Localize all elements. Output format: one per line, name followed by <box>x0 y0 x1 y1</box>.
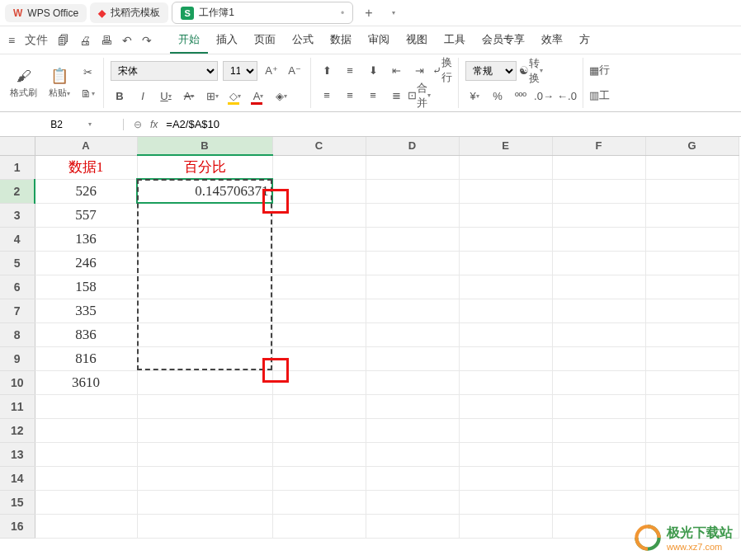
cell-E2[interactable] <box>459 179 552 203</box>
strikethrough-button[interactable]: A▾ <box>180 87 198 105</box>
row-header-9[interactable]: 9 <box>0 346 35 370</box>
row-header-3[interactable]: 3 <box>0 203 35 227</box>
cell-D3[interactable] <box>366 203 459 227</box>
cell-F1[interactable] <box>552 155 645 179</box>
number-format-select[interactable]: 常规 <box>465 61 517 81</box>
cell-B3[interactable] <box>137 203 272 227</box>
increase-decimal-icon[interactable]: .0→ <box>535 87 553 105</box>
border-button[interactable]: ⊞▾ <box>203 87 221 105</box>
cell-E9[interactable] <box>459 346 552 370</box>
transpose-button[interactable]: ☯转换▾ <box>522 62 540 80</box>
cell-D14[interactable] <box>366 466 459 490</box>
cell-G5[interactable] <box>645 251 739 275</box>
cell-B14[interactable] <box>137 466 272 490</box>
cell-G13[interactable] <box>645 442 739 466</box>
underline-button[interactable]: U▾ <box>157 87 175 105</box>
row-header-8[interactable]: 8 <box>0 322 35 346</box>
currency-icon[interactable]: ¥▾ <box>465 87 484 105</box>
col-header-F[interactable]: F <box>552 137 645 155</box>
cell-C11[interactable] <box>272 394 366 418</box>
col-header-A[interactable]: A <box>35 137 137 155</box>
cell-G2[interactable] <box>645 179 739 203</box>
cell-D6[interactable] <box>366 275 459 299</box>
cell-D9[interactable] <box>366 346 459 370</box>
col-header-E[interactable]: E <box>459 137 552 155</box>
cell-A4[interactable]: 136 <box>35 227 137 251</box>
spreadsheet-grid[interactable]: ABCDEFG 1数据1百分比25260.1457063713557413652… <box>0 137 741 558</box>
cell-E15[interactable] <box>459 490 552 514</box>
fx-icon[interactable]: fx <box>150 119 158 130</box>
cell-E14[interactable] <box>459 466 552 490</box>
cell-D12[interactable] <box>366 418 459 442</box>
cell-G8[interactable] <box>645 322 739 346</box>
percent-icon[interactable]: % <box>488 87 507 105</box>
cell-B16[interactable] <box>137 514 272 538</box>
row-col-button[interactable]: ▦行 <box>590 61 608 79</box>
cell-C7[interactable] <box>272 299 366 322</box>
cell-E13[interactable] <box>459 442 552 466</box>
font-color-button[interactable]: A▾ <box>249 87 267 105</box>
menu-视图[interactable]: 视图 <box>398 27 436 54</box>
row-header-13[interactable]: 13 <box>0 442 35 466</box>
cell-D13[interactable] <box>366 442 459 466</box>
worksheet-button[interactable]: ▥工 <box>590 87 608 105</box>
cell-G6[interactable] <box>645 275 739 299</box>
cell-A5[interactable]: 246 <box>35 251 137 275</box>
menu-审阅[interactable]: 审阅 <box>360 27 398 54</box>
cell-F2[interactable] <box>552 179 645 203</box>
cell-B2[interactable]: 0.145706371 <box>137 179 272 203</box>
cell-E1[interactable] <box>459 155 552 179</box>
cell-D2[interactable] <box>366 179 459 203</box>
select-all-corner[interactable] <box>0 137 35 155</box>
cell-D8[interactable] <box>366 322 459 346</box>
clear-format-icon[interactable]: ◈▾ <box>272 87 290 105</box>
cell-B15[interactable] <box>137 490 272 514</box>
row-header-4[interactable]: 4 <box>0 227 35 251</box>
file-menu[interactable]: 文件 <box>25 33 48 48</box>
cell-D10[interactable] <box>366 370 459 394</box>
name-box-input[interactable] <box>32 119 82 130</box>
cell-G10[interactable] <box>645 370 739 394</box>
tab-wps[interactable]: W WPS Office <box>5 4 87 22</box>
cell-G15[interactable] <box>645 490 739 514</box>
cell-D15[interactable] <box>366 490 459 514</box>
cell-E8[interactable] <box>459 322 552 346</box>
print-icon[interactable]: 🖶 <box>101 34 112 47</box>
cell-G11[interactable] <box>645 394 739 418</box>
cell-F7[interactable] <box>552 299 645 322</box>
add-tab-button[interactable]: + <box>356 6 380 21</box>
cell-C13[interactable] <box>272 442 366 466</box>
name-box-dropdown-icon[interactable]: ▾ <box>88 120 92 128</box>
cell-B11[interactable] <box>137 394 272 418</box>
row-header-10[interactable]: 10 <box>0 370 35 394</box>
col-header-G[interactable]: G <box>645 137 739 155</box>
menu-工具[interactable]: 工具 <box>436 27 474 54</box>
cell-C12[interactable] <box>272 418 366 442</box>
cell-F8[interactable] <box>552 322 645 346</box>
menu-icon[interactable]: ≡ <box>8 34 15 47</box>
cell-G3[interactable] <box>645 203 739 227</box>
menu-页面[interactable]: 页面 <box>246 27 284 54</box>
cell-F9[interactable] <box>552 346 645 370</box>
italic-button[interactable]: I <box>134 87 152 105</box>
export-icon[interactable]: 🖨 <box>79 34 91 47</box>
cell-E10[interactable] <box>459 370 552 394</box>
menu-开始[interactable]: 开始 <box>170 27 208 54</box>
dropdown-icon[interactable]: • <box>341 7 344 19</box>
wrap-text-button[interactable]: ⤶换行 <box>433 61 451 79</box>
cell-B5[interactable] <box>137 251 272 275</box>
font-size-select[interactable]: 11 <box>223 61 257 81</box>
cell-G7[interactable] <box>645 299 739 322</box>
cell-F14[interactable] <box>552 466 645 490</box>
cell-A15[interactable] <box>35 490 137 514</box>
cell-E4[interactable] <box>459 227 552 251</box>
cell-G9[interactable] <box>645 346 739 370</box>
cell-F12[interactable] <box>552 418 645 442</box>
col-header-D[interactable]: D <box>366 137 459 155</box>
cell-B10[interactable] <box>137 370 272 394</box>
cell-A9[interactable]: 816 <box>35 346 137 370</box>
cell-E12[interactable] <box>459 418 552 442</box>
row-header-6[interactable]: 6 <box>0 275 35 299</box>
row-header-2[interactable]: 2 <box>0 179 35 203</box>
save-icon[interactable]: 🗐 <box>58 34 69 47</box>
